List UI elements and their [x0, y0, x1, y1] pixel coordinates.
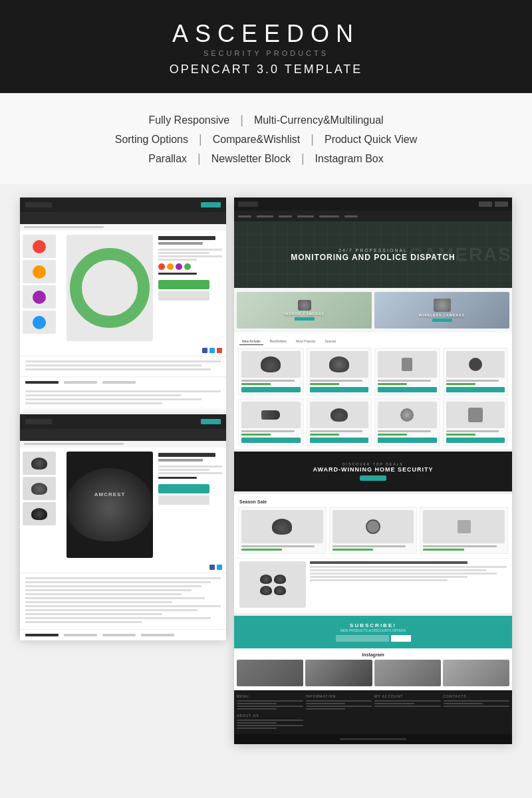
wireless-camera-icon — [434, 299, 451, 312]
camera-dome-icon-2 — [329, 356, 349, 372]
product-btn-1[interactable] — [241, 387, 301, 392]
footer-menu-title: Menu — [237, 694, 303, 698]
subscribe-subtitle: NEW PRODUCTS & DISCOUNTS OFFERS — [241, 628, 505, 632]
product-card-img-8 — [446, 402, 505, 428]
feature-parallax: Parallax — [140, 153, 195, 165]
promo-shop-btn[interactable] — [360, 475, 386, 481]
products-section: New Arrivals BestSellers Most Popular Sp… — [234, 332, 512, 449]
sale-dome-icon — [272, 519, 292, 535]
product-btn-3[interactable] — [378, 387, 437, 392]
preview-header-dark-2 — [20, 414, 226, 429]
wireless-cameras-card[interactable]: WIRELESS CAMERAS — [374, 292, 509, 329]
separator-1: | — [237, 113, 246, 127]
footer-col-account: My Account — [374, 694, 441, 711]
sensor-icon — [468, 408, 483, 422]
separator-2: | — [196, 132, 205, 146]
product-text — [158, 249, 222, 261]
product-breadcrumb — [20, 224, 226, 231]
sale-item-img-3 — [423, 510, 505, 543]
dome-price — [158, 477, 197, 479]
product-area — [20, 231, 226, 345]
product-btn-8[interactable] — [446, 438, 505, 443]
add-to-cart[interactable] — [158, 280, 209, 289]
thumb-2 — [23, 260, 56, 283]
hero-subtitle: 24/7 PROFESSIONAL — [338, 248, 408, 253]
season-sale-section: Season Sale — [234, 494, 512, 613]
preview-header-dark-1 — [20, 198, 226, 212]
main-product-image — [66, 235, 153, 341]
product-card-img-7 — [378, 402, 437, 428]
dome-thumb-2 — [23, 477, 56, 500]
feature-compare-wishlist: Compare&Wishlist — [205, 134, 309, 146]
product-subtitle — [158, 242, 203, 245]
product-breadcrumb-2 — [20, 441, 226, 448]
tab-popular[interactable]: Most Popular — [293, 338, 318, 345]
feature-quick-view: Product Quick View — [317, 134, 425, 146]
subscribe-bar: SUBSCRIBE! NEW PRODUCTS & DISCOUNTS OFFE… — [234, 616, 512, 648]
product-btn-6[interactable] — [310, 438, 369, 443]
product-card-4 — [443, 348, 509, 396]
product-btn-4[interactable] — [446, 387, 505, 392]
camera-dome-icon-1 — [261, 356, 281, 372]
subscribe-title: SUBSCRIBE! — [241, 622, 505, 628]
instagram-img-4[interactable] — [443, 660, 509, 686]
tab-special[interactable]: Special — [323, 338, 338, 345]
right-preview: CAMERAs 24/7 PROFESSIONAL MONITORING AND… — [234, 198, 512, 744]
thumb-1 — [23, 235, 56, 258]
product-card-3 — [374, 348, 440, 396]
color-dots — [158, 263, 222, 270]
header-section: ASCEEDON SECURITY PRODUCTS OPENCART 3.0 … — [0, 0, 532, 93]
product-card-8 — [443, 398, 509, 446]
share-bar — [20, 345, 226, 356]
product-title — [158, 236, 215, 240]
brand-name: ASCEEDON — [13, 20, 519, 48]
feature-fully-responsive: Fully Responsive — [140, 114, 237, 126]
tabs-row — [20, 376, 226, 388]
product-card-img-6 — [310, 402, 369, 428]
wireless-shop-btn[interactable] — [432, 319, 452, 322]
spotlight-icon — [400, 408, 414, 422]
right-bottom-bar — [234, 734, 512, 744]
features-row-1: Fully Responsive | Multi-Currency&Multil… — [13, 113, 519, 127]
product-btn-7[interactable] — [378, 438, 437, 443]
dark-promo-banner: DISCOVER TOP DEALS AWARD-WINNING HOME SE… — [234, 452, 512, 491]
product-btn-5[interactable] — [241, 438, 301, 443]
camera-dome-icon-3 — [331, 408, 348, 422]
sale-sensor-icon — [458, 520, 471, 533]
desc-lines — [20, 356, 226, 376]
product-card-2 — [307, 348, 372, 396]
instagram-img-3[interactable] — [374, 660, 441, 686]
instagram-grid — [237, 660, 509, 686]
tab-new-arrivals[interactable]: New Arrivals — [239, 338, 263, 345]
wishlist-btn[interactable] — [158, 291, 209, 301]
product-card-img-2 — [310, 351, 369, 378]
instagram-title: Instagram — [237, 652, 509, 657]
separator-3: | — [308, 132, 317, 146]
product-btn-2[interactable] — [310, 387, 369, 392]
dome-thumb-1 — [23, 452, 56, 475]
indoor-cameras-card[interactable]: INDOOR CAMERAS — [237, 292, 372, 329]
tab-bestsellers[interactable]: BestSellers — [267, 338, 289, 345]
sale-item-1 — [238, 507, 327, 554]
features-row-2: Sorting Options | Compare&Wishlist | Pro… — [13, 132, 519, 146]
products-grid-2 — [237, 398, 509, 446]
thumb-4 — [23, 311, 56, 334]
dome-add-cart[interactable] — [158, 484, 209, 493]
footer-account-title: My Account — [374, 694, 441, 698]
feature-multicurrency: Multi-Currency&Multilingual — [246, 114, 392, 126]
instagram-img-2[interactable] — [305, 660, 372, 686]
dome-thumbnails — [23, 452, 63, 558]
product-info — [157, 235, 223, 341]
footer-col-contact: Contacts — [444, 694, 510, 711]
instagram-img-1[interactable] — [237, 660, 303, 686]
product-thumbnails — [23, 235, 63, 341]
indoor-cameras-label: INDOOR CAMERAS — [284, 312, 325, 316]
subscribe-button[interactable] — [391, 635, 411, 642]
subscribe-email-input[interactable] — [336, 635, 389, 642]
dome-wishlist[interactable] — [158, 495, 209, 505]
sale-item-3 — [420, 507, 508, 554]
preview-container: AMCREST — [0, 184, 532, 764]
sale-item-img-2 — [332, 510, 414, 543]
indoor-shop-btn[interactable] — [295, 317, 315, 321]
product-card-img-1 — [241, 351, 301, 378]
